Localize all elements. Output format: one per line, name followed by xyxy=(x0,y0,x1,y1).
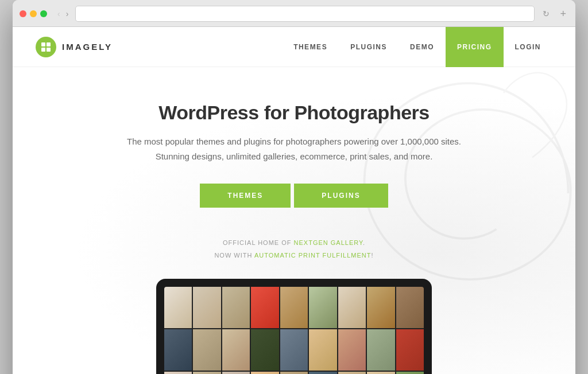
photo-cell xyxy=(164,372,192,374)
photo-cell xyxy=(338,372,366,374)
photo-cell xyxy=(193,287,220,328)
nav-item-plugins[interactable]: PLUGINS xyxy=(339,27,399,67)
photo-cell xyxy=(338,287,366,328)
photo-cell xyxy=(222,329,250,371)
nav-item-demo[interactable]: DEMO xyxy=(399,27,446,67)
photo-cell xyxy=(251,372,278,374)
laptop-screen xyxy=(164,287,424,374)
photo-cell xyxy=(222,372,250,374)
photo-cell xyxy=(193,329,220,371)
official-prefix: OFFICIAL HOME OF xyxy=(223,239,294,246)
laptop-frame xyxy=(156,279,432,374)
hero-subtitle-line2: Stunning designs, unlimited galleries, e… xyxy=(156,151,433,161)
site-nav: IMAGELY THEMES PLUGINS DEMO PRICING LOGI… xyxy=(13,27,575,67)
hero-content: WordPress for Photographers The most pop… xyxy=(36,102,552,374)
refresh-icon[interactable]: ↻ xyxy=(539,8,553,20)
photo-cell xyxy=(280,372,308,374)
new-tab-button[interactable]: + xyxy=(558,8,568,20)
hero-section: WordPress for Photographers The most pop… xyxy=(13,67,575,374)
photo-cell xyxy=(251,329,278,371)
nav-item-login[interactable]: LOGIN xyxy=(504,27,553,67)
nav-arrows: ‹ › xyxy=(55,9,71,19)
laptop-mockup xyxy=(36,279,552,374)
photo-cell xyxy=(338,329,366,371)
photo-cell xyxy=(164,287,192,328)
plugins-button[interactable]: PLUGINS xyxy=(294,184,388,208)
photo-cell xyxy=(396,329,424,371)
print-fulfillment-link[interactable]: AUTOMATIC PRINT FULFILLMENT xyxy=(254,252,372,259)
photo-cell xyxy=(251,287,278,328)
photo-cell xyxy=(280,287,308,328)
back-button[interactable]: ‹ xyxy=(55,9,63,19)
minimize-button[interactable] xyxy=(30,10,37,17)
logo-text: IMAGELY xyxy=(62,42,113,52)
exclaim: ! xyxy=(372,252,374,259)
nav-item-themes[interactable]: THEMES xyxy=(282,27,339,67)
photo-cell xyxy=(309,372,336,374)
svg-rect-3 xyxy=(47,48,51,52)
photo-cell xyxy=(193,372,220,374)
hero-subtitle: The most popular themes and plugins for … xyxy=(36,134,552,163)
forward-button[interactable]: › xyxy=(64,9,71,19)
photo-cell xyxy=(222,287,250,328)
traffic-lights xyxy=(20,10,47,17)
photo-cell xyxy=(396,287,424,328)
website-content: IMAGELY THEMES PLUGINS DEMO PRICING LOGI… xyxy=(13,27,575,374)
maximize-button[interactable] xyxy=(40,10,47,17)
themes-button[interactable]: THEMES xyxy=(200,184,291,208)
svg-rect-2 xyxy=(41,48,45,52)
photo-cell xyxy=(396,372,424,374)
logo-svg xyxy=(40,41,52,53)
official-text: OFFICIAL HOME OF NEXTGEN GALLERY. NOW WI… xyxy=(36,236,552,262)
photo-cell xyxy=(309,329,336,371)
close-button[interactable] xyxy=(20,10,26,17)
logo-icon xyxy=(36,37,56,57)
photo-grid xyxy=(164,287,424,374)
photo-cell xyxy=(367,329,394,371)
photo-cell xyxy=(280,329,308,371)
now-with-text: NOW WITH xyxy=(214,252,254,259)
nextgen-gallery-link[interactable]: NEXTGEN GALLERY xyxy=(294,239,363,246)
browser-window: ‹ › ↻ + IMAGELY THEMES xyxy=(13,0,575,374)
hero-subtitle-line1: The most popular themes and plugins for … xyxy=(127,137,461,146)
svg-rect-1 xyxy=(47,42,51,46)
logo-area[interactable]: IMAGELY xyxy=(36,37,113,57)
photo-cell xyxy=(367,372,394,374)
nav-links: THEMES PLUGINS DEMO PRICING LOGIN xyxy=(282,27,552,67)
svg-rect-0 xyxy=(41,42,45,46)
browser-chrome: ‹ › ↻ + xyxy=(13,0,575,27)
hero-buttons: THEMES PLUGINS xyxy=(36,184,552,208)
address-bar[interactable] xyxy=(75,6,535,22)
photo-cell xyxy=(164,329,192,371)
hero-title: WordPress for Photographers xyxy=(36,102,552,124)
official-mid: . xyxy=(363,239,365,246)
photo-cell xyxy=(367,287,394,328)
photo-cell xyxy=(309,287,336,328)
nav-item-pricing[interactable]: PRICING xyxy=(446,27,504,67)
